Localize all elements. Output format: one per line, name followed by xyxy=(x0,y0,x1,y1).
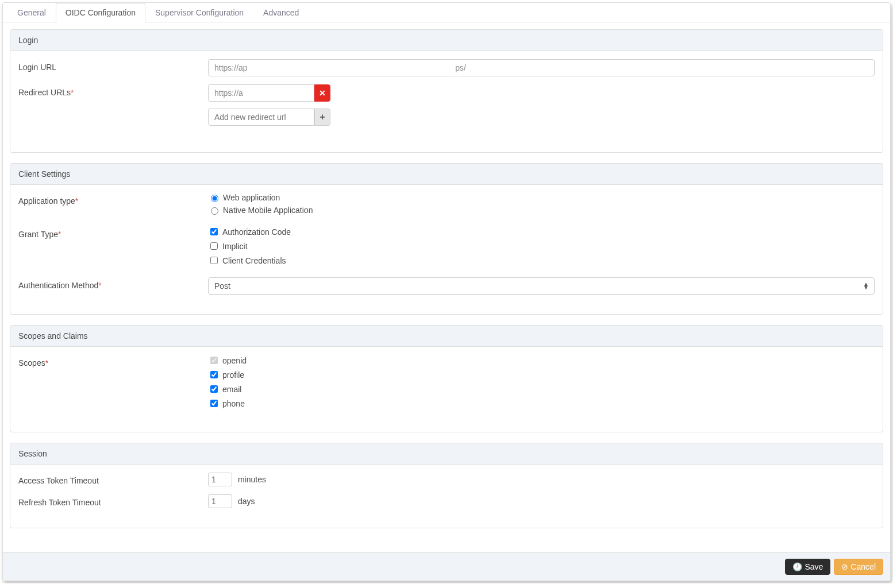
tab-oidc-configuration[interactable]: OIDC Configuration xyxy=(56,3,145,22)
application-type-label: Application type xyxy=(18,196,75,206)
session-panel: Session Access Token Timeout minutes Ref… xyxy=(10,443,883,528)
authentication-method-label: Authentication Method xyxy=(18,281,98,290)
save-button[interactable]: 🕘 Save xyxy=(785,559,830,575)
tab-general[interactable]: General xyxy=(7,3,56,22)
required-marker: * xyxy=(58,230,61,239)
app-type-native-radio[interactable] xyxy=(211,207,218,215)
cancel-button-label: Cancel xyxy=(850,562,876,571)
app-type-native-label: Native Mobile Application xyxy=(223,206,313,215)
scopes-label: Scopes xyxy=(18,358,45,368)
login-url-input[interactable] xyxy=(208,59,875,76)
scope-phone-checkbox[interactable] xyxy=(210,400,218,407)
grant-type-label: Grant Type xyxy=(18,230,58,239)
grant-implicit-checkbox[interactable] xyxy=(210,242,218,250)
cancel-button[interactable]: ⊘ Cancel xyxy=(834,559,883,575)
login-url-label: Login URL xyxy=(18,59,208,72)
login-panel: Login Login URL Redirect URLs* xyxy=(10,29,883,153)
clock-icon: 🕘 xyxy=(792,562,802,571)
remove-redirect-button[interactable]: ✕ xyxy=(314,84,330,102)
plus-icon: + xyxy=(320,112,325,122)
grant-client-credentials-checkbox[interactable] xyxy=(210,257,218,264)
authentication-method-select[interactable]: Post xyxy=(208,277,875,295)
grant-client-credentials-label: Client Credentials xyxy=(222,256,286,265)
access-token-timeout-input[interactable] xyxy=(208,473,232,486)
required-marker: * xyxy=(45,358,48,368)
scopes-header: Scopes and Claims xyxy=(10,326,883,347)
scope-profile-checkbox[interactable] xyxy=(210,371,218,378)
refresh-token-timeout-label: Refresh Token Timeout xyxy=(18,494,208,507)
tab-advanced[interactable]: Advanced xyxy=(253,3,309,22)
required-marker: * xyxy=(71,88,74,97)
required-marker: * xyxy=(98,281,101,290)
scope-profile-label: profile xyxy=(222,370,244,380)
redirect-urls-label: Redirect URLs xyxy=(18,88,71,97)
scope-phone-label: phone xyxy=(222,399,245,408)
add-redirect-button[interactable]: + xyxy=(314,109,330,126)
app-type-web-radio[interactable] xyxy=(211,195,218,202)
session-header: Session xyxy=(10,443,883,465)
app-type-web-label: Web application xyxy=(223,193,280,202)
scope-email-checkbox[interactable] xyxy=(210,385,218,393)
grant-authorization-label: Authorization Code xyxy=(222,227,291,237)
scopes-panel: Scopes and Claims Scopes* openid profile xyxy=(10,325,883,432)
access-token-timeout-unit: minutes xyxy=(238,475,266,484)
save-button-label: Save xyxy=(805,562,823,571)
cancel-icon: ⊘ xyxy=(841,562,848,571)
grant-implicit-label: Implicit xyxy=(222,242,248,251)
footer-bar: 🕘 Save ⊘ Cancel xyxy=(3,552,890,581)
scope-email-label: email xyxy=(222,385,241,394)
client-settings-panel: Client Settings Application type* Web ap… xyxy=(10,163,883,315)
scope-openid-label: openid xyxy=(222,356,247,365)
tab-bar: General OIDC Configuration Supervisor Co… xyxy=(3,3,890,22)
add-redirect-url-input[interactable] xyxy=(208,109,314,126)
refresh-token-timeout-input[interactable] xyxy=(208,494,232,508)
grant-authorization-checkbox[interactable] xyxy=(210,228,218,235)
refresh-token-timeout-unit: days xyxy=(238,497,255,506)
tab-supervisor-configuration[interactable]: Supervisor Configuration xyxy=(145,3,253,22)
close-icon: ✕ xyxy=(319,88,326,98)
access-token-timeout-label: Access Token Timeout xyxy=(18,473,208,485)
required-marker: * xyxy=(75,196,78,206)
redirect-url-input[interactable] xyxy=(208,84,314,102)
client-settings-header: Client Settings xyxy=(10,164,883,185)
login-panel-header: Login xyxy=(10,30,883,51)
scope-openid-checkbox xyxy=(210,357,218,364)
